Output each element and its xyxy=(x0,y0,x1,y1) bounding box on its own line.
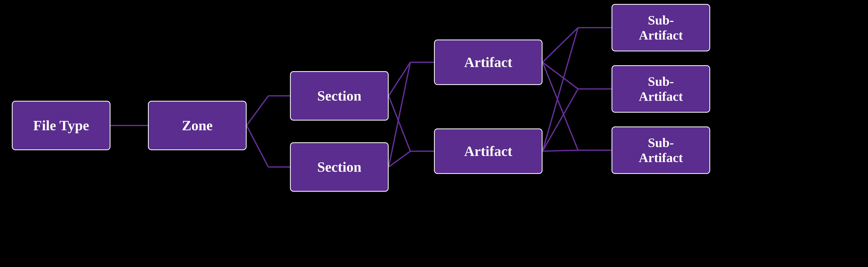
file-type-label: File Type xyxy=(33,117,89,134)
section2-node: Section xyxy=(290,142,389,192)
artifact2-label: Artifact xyxy=(464,143,512,159)
zone-label: Zone xyxy=(182,117,213,134)
sub-artifact1-node: Sub-Artifact xyxy=(612,4,710,51)
svg-line-9 xyxy=(389,62,410,167)
artifact2-node: Artifact xyxy=(434,129,542,174)
svg-line-3 xyxy=(247,126,268,167)
svg-line-18 xyxy=(542,89,578,151)
svg-line-11 xyxy=(542,28,578,62)
file-type-node: File Type xyxy=(12,101,111,150)
section1-node: Section xyxy=(290,71,389,121)
svg-line-15 xyxy=(542,62,578,150)
artifact1-label: Artifact xyxy=(464,54,512,71)
sub-artifact3-label: Sub-Artifact xyxy=(639,135,683,165)
section2-label: Section xyxy=(317,159,362,175)
svg-line-17 xyxy=(542,28,578,151)
sub-artifact1-label: Sub-Artifact xyxy=(639,12,683,43)
svg-line-13 xyxy=(542,62,578,89)
sub-artifact3-node: Sub-Artifact xyxy=(612,127,710,174)
diagram-container: File Type Zone Section Section Artifact … xyxy=(0,0,868,267)
svg-line-1 xyxy=(247,96,268,126)
sub-artifact2-label: Sub-Artifact xyxy=(639,74,683,104)
svg-line-19 xyxy=(542,150,578,151)
svg-line-10 xyxy=(389,151,410,167)
zone-node: Zone xyxy=(148,101,247,150)
svg-line-7 xyxy=(389,96,410,151)
svg-line-5 xyxy=(389,62,410,96)
sub-artifact2-node: Sub-Artifact xyxy=(612,65,710,113)
section1-label: Section xyxy=(317,88,362,104)
artifact1-node: Artifact xyxy=(434,39,542,85)
